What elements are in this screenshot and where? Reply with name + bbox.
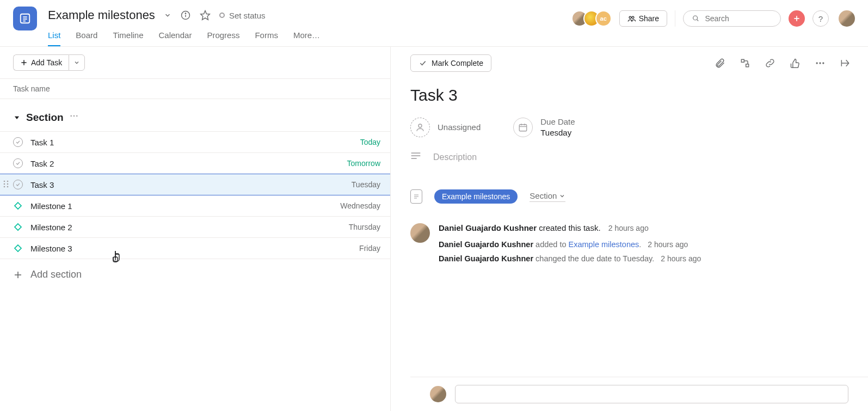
complete-toggle[interactable] <box>13 158 23 168</box>
set-status-button[interactable]: Set status <box>219 11 266 20</box>
project-title[interactable]: Example milestones <box>48 8 155 22</box>
section-collapse-toggle[interactable] <box>13 114 21 121</box>
task-name: Task 2 <box>30 159 54 168</box>
chevron-down-icon <box>73 59 80 66</box>
share-label: Share <box>639 14 659 23</box>
due-date-value: Tuesday <box>540 127 575 138</box>
like-button[interactable] <box>790 58 801 69</box>
copy-link-button[interactable] <box>765 58 775 69</box>
detail-title[interactable]: Task 3 <box>410 86 848 105</box>
help-button[interactable]: ? <box>812 10 829 27</box>
svg-line-11 <box>697 20 698 21</box>
global-add-button[interactable] <box>789 10 805 27</box>
activity-user[interactable]: Daniel Guajardo Kushner <box>439 254 533 263</box>
milestone-icon[interactable] <box>14 201 22 210</box>
svg-point-17 <box>70 115 72 117</box>
tab-progress[interactable]: Progress <box>207 30 239 46</box>
activity-avatar[interactable] <box>410 223 430 243</box>
task-row[interactable]: Milestone 3 Friday <box>0 238 390 259</box>
task-date: Tomorrow <box>347 159 380 168</box>
milestone-icon[interactable] <box>14 244 22 253</box>
more-actions-button[interactable] <box>815 58 826 69</box>
complete-toggle[interactable] <box>13 137 23 147</box>
tab-list[interactable]: List <box>48 30 60 46</box>
comment-input[interactable] <box>455 385 848 403</box>
svg-point-10 <box>693 16 698 20</box>
svg-point-32 <box>819 62 821 64</box>
svg-marker-16 <box>15 116 19 119</box>
close-detail-button[interactable] <box>840 58 851 69</box>
task-date: Thursday <box>349 223 380 231</box>
svg-point-21 <box>7 180 9 182</box>
header-right: ac Share ? <box>571 7 855 30</box>
svg-marker-7 <box>201 11 210 20</box>
user-avatar[interactable] <box>839 10 855 27</box>
activity-user[interactable]: Daniel Guajardo Kushner <box>439 223 537 232</box>
task-row[interactable]: Milestone 1 Wednesday <box>0 195 390 217</box>
section-title[interactable]: Section <box>26 112 64 124</box>
tab-more[interactable]: More… <box>293 30 320 46</box>
drag-handle-icon[interactable] <box>3 180 9 189</box>
add-section-button[interactable]: Add section <box>0 259 390 290</box>
caret-down-icon <box>13 114 21 121</box>
detail-toolbar: Mark Complete <box>391 47 868 79</box>
paperclip-icon <box>715 58 725 69</box>
app-header: Example milestones Set status List Board… <box>0 0 868 47</box>
section-selector[interactable]: Section <box>530 191 565 202</box>
activity-project-link[interactable]: Example milestones <box>569 240 639 249</box>
svg-point-22 <box>4 183 5 185</box>
clipboard-icon <box>410 189 422 204</box>
due-date-field[interactable]: Due Date Tuesday <box>513 116 575 138</box>
tab-forms[interactable]: Forms <box>255 30 278 46</box>
info-icon[interactable] <box>180 10 191 21</box>
project-pill[interactable]: Example milestones <box>434 189 518 204</box>
comment-avatar[interactable] <box>430 386 446 402</box>
activity-action: created this task. <box>537 223 601 232</box>
add-task-button[interactable]: Add Task <box>13 54 69 71</box>
add-task-dropdown[interactable] <box>69 54 85 71</box>
project-icon[interactable] <box>13 7 37 30</box>
activity-line: Daniel Guajardo Kushner changed the due … <box>439 253 848 265</box>
task-row[interactable]: Task 1 Today <box>0 131 390 153</box>
svg-point-8 <box>629 16 631 19</box>
task-row[interactable]: Task 2 Tomorrow <box>0 153 390 174</box>
svg-point-33 <box>822 62 824 64</box>
add-task-label: Add Task <box>31 58 62 67</box>
svg-marker-26 <box>15 203 21 209</box>
activity-head: Daniel Guajardo Kushner created this tas… <box>439 223 848 232</box>
assignee-label: Unassigned <box>438 122 481 133</box>
subtask-button[interactable] <box>740 58 750 69</box>
tab-calendar[interactable]: Calendar <box>159 30 192 46</box>
tabs: List Board Timeline Calendar Progress Fo… <box>48 30 571 46</box>
search-input[interactable] <box>705 14 772 23</box>
tab-board[interactable]: Board <box>76 30 97 46</box>
milestone-icon[interactable] <box>14 223 22 231</box>
chevron-down-icon[interactable] <box>164 11 171 19</box>
complete-toggle[interactable] <box>13 180 23 189</box>
description-field[interactable]: Description <box>410 152 848 162</box>
svg-marker-28 <box>15 245 21 251</box>
task-row[interactable]: Task 3 Tuesday <box>0 174 390 195</box>
task-date: Friday <box>359 244 380 253</box>
avatar[interactable]: ac <box>595 10 612 27</box>
svg-point-6 <box>185 13 186 14</box>
task-detail-panel: Mark Complete Task 3 Unassigned <box>391 47 868 411</box>
task-date: Wednesday <box>340 201 380 210</box>
search-box[interactable] <box>683 10 781 27</box>
plus-icon <box>20 59 28 66</box>
add-task-group: Add Task <box>13 54 85 71</box>
task-row[interactable]: Milestone 2 Thursday <box>0 217 390 238</box>
member-avatars[interactable]: ac <box>571 10 612 27</box>
tab-timeline[interactable]: Timeline <box>113 30 143 46</box>
more-horizontal-icon <box>815 58 826 69</box>
attachment-button[interactable] <box>715 58 725 69</box>
svg-point-23 <box>7 183 9 185</box>
section-more-button[interactable] <box>69 111 79 124</box>
share-button[interactable]: Share <box>619 10 667 27</box>
main-split: Add Task Task name Section Task 1 Today <box>0 47 868 411</box>
star-icon[interactable] <box>200 10 211 21</box>
mark-complete-button[interactable]: Mark Complete <box>410 54 491 72</box>
assignee-field[interactable]: Unassigned <box>410 116 481 138</box>
activity-user[interactable]: Daniel Guajardo Kushner <box>439 240 533 249</box>
section-header: Section <box>0 99 390 131</box>
